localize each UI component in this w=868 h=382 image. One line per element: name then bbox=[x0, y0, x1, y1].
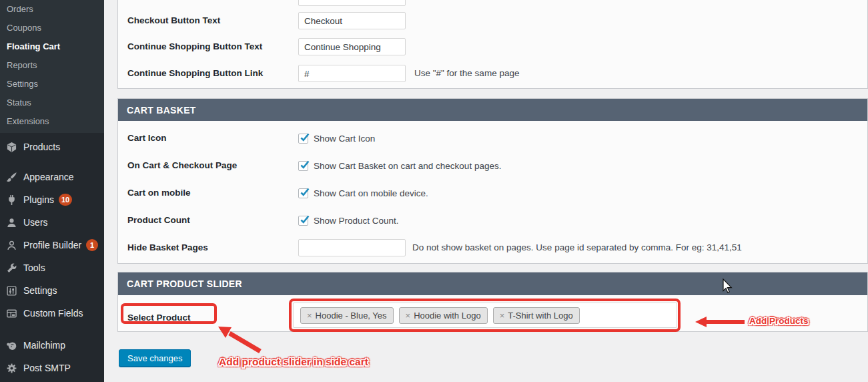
checkbox-label[interactable]: Show Cart Basket on cart and checkout pa… bbox=[314, 161, 501, 171]
show-cart-on-pages-checkbox[interactable]: Show Cart Basket on cart and checkout pa… bbox=[298, 161, 501, 171]
sidebar-item-label: Mailchimp bbox=[23, 340, 65, 351]
sidebar-item-extensions[interactable]: Extensions bbox=[0, 112, 104, 131]
checkout-button-text-input[interactable] bbox=[298, 12, 406, 29]
checkbox-checked-icon[interactable] bbox=[298, 188, 308, 198]
checkbox-label[interactable]: Show Cart on mobile device. bbox=[314, 188, 428, 198]
wp-admin-page: Orders Coupons Floating Cart Reports Set… bbox=[0, 0, 868, 382]
continue-shopping-link-input[interactable] bbox=[298, 65, 406, 82]
annotation-box-select-label bbox=[121, 303, 217, 324]
sidebar-item-label: Tools bbox=[23, 262, 45, 273]
show-cart-icon-checkbox[interactable]: Show Cart Icon bbox=[298, 134, 375, 144]
sidebar-item-settings-wc[interactable]: Settings bbox=[0, 75, 104, 93]
sidebar-item-status[interactable]: Status bbox=[0, 93, 104, 112]
sidebar-item-reports[interactable]: Reports bbox=[0, 56, 104, 75]
sidebar-item-custom-fields[interactable]: Custom Fields bbox=[0, 302, 104, 325]
sidebar-item-orders[interactable]: Orders bbox=[0, 0, 104, 19]
profile-builder-icon bbox=[5, 239, 17, 251]
profile-builder-badge: 1 bbox=[86, 239, 98, 251]
field-label: Hide Basket Pages bbox=[127, 242, 208, 252]
admin-sidebar: Orders Coupons Floating Cart Reports Set… bbox=[0, 0, 104, 382]
appearance-icon bbox=[5, 171, 17, 183]
sidebar-item-label: Plugins bbox=[23, 194, 54, 205]
sidebar-item-profile-builder[interactable]: Profile Builder 1 bbox=[0, 234, 104, 256]
sidebar-item-users[interactable]: Users bbox=[0, 211, 104, 234]
sidebar-item-products[interactable]: Products bbox=[0, 136, 104, 158]
show-cart-mobile-checkbox[interactable]: Show Cart on mobile device. bbox=[298, 188, 428, 198]
cart-basket-section: CART BASKET Cart Icon Show Cart Icon On … bbox=[117, 98, 868, 264]
admin-main-menu: Products Appearance Plugins 10 U bbox=[0, 136, 104, 379]
post-smtp-icon bbox=[5, 362, 17, 374]
sidebar-item-label: Profile Builder bbox=[23, 240, 81, 250]
annotation-box-select-field bbox=[289, 299, 681, 332]
plugins-update-badge: 10 bbox=[59, 194, 72, 206]
checkbox-checked-icon[interactable] bbox=[298, 134, 308, 144]
general-settings-section: Checkout Button Text Continue Shopping B… bbox=[117, 0, 868, 89]
sidebar-item-floating-cart[interactable]: Floating Cart bbox=[0, 37, 104, 56]
field-label: Cart Icon bbox=[127, 133, 167, 143]
sidebar-item-label: Users bbox=[23, 217, 48, 228]
plugins-icon bbox=[5, 194, 17, 206]
section-title: CART BASKET bbox=[118, 99, 867, 121]
sidebar-item-mailchimp[interactable]: Mailchimp bbox=[0, 334, 104, 357]
sidebar-item-settings[interactable]: Settings bbox=[0, 279, 104, 302]
mailchimp-icon bbox=[5, 339, 17, 351]
checkbox-label[interactable]: Show Cart Icon bbox=[314, 134, 375, 144]
checkbox-label[interactable]: Show Product Count. bbox=[314, 216, 399, 226]
users-icon bbox=[5, 216, 17, 228]
field-hint: Use "#" for the same page bbox=[414, 68, 519, 78]
sidebar-item-plugins[interactable]: Plugins 10 bbox=[0, 188, 104, 211]
field-label: Checkout Button Text bbox=[127, 15, 220, 25]
sidebar-item-label: Settings bbox=[23, 285, 57, 296]
sidebar-item-tools[interactable]: Tools bbox=[0, 256, 104, 279]
field-label: On Cart & Checkout Page bbox=[127, 160, 237, 170]
checkbox-checked-icon[interactable] bbox=[298, 216, 308, 226]
section-title: CART PRODUCT SLIDER bbox=[118, 272, 867, 295]
field-label: Cart on mobile bbox=[127, 188, 191, 198]
cropped-input-top[interactable] bbox=[298, 0, 406, 6]
sidebar-item-label: Post SMTP bbox=[23, 363, 71, 373]
sidebar-item-label: Appearance bbox=[23, 172, 74, 182]
hide-basket-pages-input[interactable] bbox=[298, 239, 406, 256]
settings-icon bbox=[5, 284, 17, 297]
show-product-count-checkbox[interactable]: Show Product Count. bbox=[298, 216, 399, 226]
field-label: Continue Shopping Button Link bbox=[127, 68, 263, 78]
sidebar-item-coupons[interactable]: Coupons bbox=[0, 19, 104, 37]
checkbox-checked-icon[interactable] bbox=[298, 161, 308, 171]
field-label: Continue Shopping Button Text bbox=[127, 41, 262, 51]
products-icon bbox=[5, 141, 17, 153]
annotation-add-products-text: Add Products bbox=[749, 316, 809, 326]
annotation-add-product-slider-text: Add product slider in side cart bbox=[219, 356, 368, 368]
sidebar-item-appearance[interactable]: Appearance bbox=[0, 166, 104, 188]
sidebar-item-label: Custom Fields bbox=[23, 308, 83, 319]
custom-fields-icon bbox=[5, 307, 17, 319]
sidebar-item-post-smtp[interactable]: Post SMTP bbox=[0, 357, 104, 379]
tools-icon bbox=[5, 262, 17, 274]
woocommerce-submenu: Orders Coupons Floating Cart Reports Set… bbox=[0, 0, 104, 133]
field-label: Product Count bbox=[127, 215, 190, 225]
continue-shopping-text-input[interactable] bbox=[298, 38, 406, 55]
sidebar-item-label: Products bbox=[23, 142, 60, 152]
save-changes-button[interactable]: Save changes bbox=[119, 349, 191, 367]
field-hint: Do not show basket on pages. Use page id… bbox=[412, 242, 742, 252]
